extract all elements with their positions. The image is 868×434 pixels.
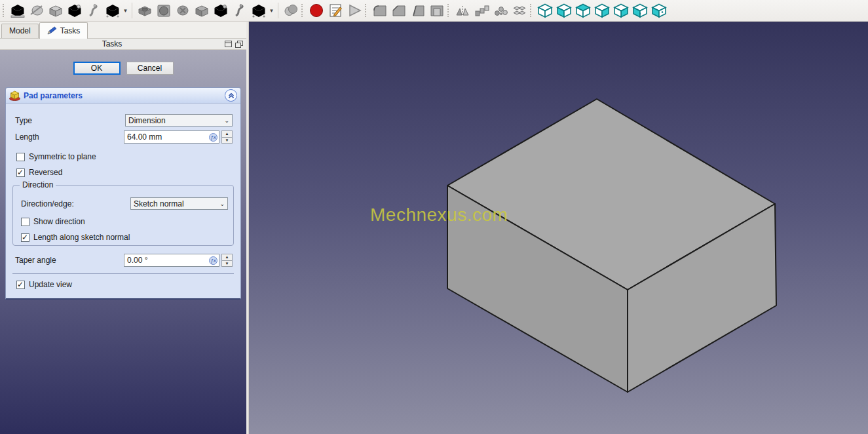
task-panel-body: OK Cancel Pad parameters <box>0 50 246 434</box>
subtractive-dropdown-icon[interactable]: ▼ <box>268 2 275 20</box>
tab-model[interactable]: Model <box>1 24 39 38</box>
type-combobox[interactable]: Dimension ⌄ <box>125 114 233 127</box>
length-along-checkbox[interactable] <box>21 233 29 242</box>
reversed-checkbox[interactable] <box>16 168 25 177</box>
type-value: Dimension <box>128 116 222 125</box>
additive-helix-icon[interactable] <box>84 2 103 20</box>
pad-icon[interactable] <box>8 2 27 20</box>
draft-icon[interactable] <box>408 2 427 20</box>
update-view-checkbox-row[interactable]: Update view <box>16 280 240 289</box>
show-direction-checkbox[interactable] <box>21 218 29 226</box>
direction-group: Direction Direction/edge: Sketch normal … <box>12 185 234 246</box>
chevron-down-icon: ⌄ <box>219 201 225 207</box>
dialog-title: Pad parameters <box>24 91 225 100</box>
expression-icon[interactable]: ƒx <box>209 133 217 142</box>
view-right-icon[interactable] <box>592 2 611 20</box>
symmetric-checkbox[interactable] <box>16 153 25 161</box>
multitransform-icon[interactable] <box>510 2 529 20</box>
view-isometric-icon[interactable] <box>535 2 554 20</box>
update-view-checkbox[interactable] <box>16 281 25 289</box>
toolbar-drag-handle[interactable] <box>301 4 305 17</box>
thickness-icon[interactable] <box>427 2 446 20</box>
symmetric-checkbox-row[interactable]: Symmetric to plane <box>16 152 240 161</box>
linear-pattern-icon[interactable] <box>472 2 491 20</box>
pad-icon <box>9 90 20 101</box>
edit-macro-icon[interactable] <box>326 2 345 20</box>
spin-down-icon[interactable]: ▼ <box>221 138 233 144</box>
length-spinner[interactable]: ▲▼ <box>221 130 233 144</box>
length-along-label: Length along sketch normal <box>33 233 130 242</box>
collapse-chevrons-icon[interactable] <box>225 89 237 102</box>
spin-up-icon[interactable]: ▲ <box>221 254 233 261</box>
pad-parameters-header[interactable]: Pad parameters <box>6 88 240 104</box>
length-along-checkbox-row[interactable]: Length along sketch normal <box>21 233 233 242</box>
show-direction-checkbox-row[interactable]: Show direction <box>21 217 233 226</box>
pad-parameters-dialog: Pad parameters Type Dimension ⌄ <box>5 87 241 300</box>
spin-up-icon[interactable]: ▲ <box>221 130 233 138</box>
hole-icon[interactable] <box>154 2 173 20</box>
mirrored-icon[interactable] <box>453 2 472 20</box>
boolean-operation-icon[interactable] <box>281 2 300 20</box>
groove-icon[interactable] <box>173 2 192 20</box>
view-front-icon[interactable] <box>554 2 573 20</box>
toolbar-drag-handle[interactable] <box>530 4 533 17</box>
record-macro-icon[interactable] <box>307 2 326 20</box>
additive-dropdown-icon[interactable]: ▼ <box>122 2 129 20</box>
direction-edge-label: Direction/edge: <box>21 199 130 208</box>
toolbar-drag-handle[interactable] <box>365 4 368 17</box>
taper-spinner[interactable]: ▲▼ <box>221 254 233 267</box>
polar-pattern-icon[interactable] <box>491 2 510 20</box>
task-panel: Model Tasks Tasks <box>0 22 246 434</box>
tab-tasks-label: Tasks <box>60 26 81 35</box>
revolution-icon[interactable] <box>27 2 46 20</box>
length-input[interactable]: 64.00 mm ƒx <box>124 130 219 144</box>
type-label: Type <box>15 116 125 125</box>
3d-viewport[interactable]: Mechnexus.com <box>249 22 868 434</box>
update-view-label: Update view <box>29 280 72 289</box>
cancel-button[interactable]: Cancel <box>126 62 174 75</box>
subtractive-loft-icon[interactable] <box>192 2 211 20</box>
view-top-icon[interactable] <box>573 2 592 20</box>
subtractive-pipe-icon[interactable] <box>211 2 230 20</box>
reversed-label: Reversed <box>29 168 62 177</box>
ok-button[interactable]: OK <box>73 62 121 75</box>
main-toolbar: ▼ ▼ <box>0 0 868 22</box>
dock-icon[interactable] <box>223 40 233 49</box>
view-left-icon[interactable] <box>649 2 668 20</box>
view-rear-icon[interactable] <box>611 2 630 20</box>
freecad-window: ▼ ▼ <box>0 0 868 434</box>
toolbar-separator <box>132 3 132 18</box>
pencil-icon <box>47 26 57 35</box>
pad-solid[interactable] <box>249 22 868 434</box>
view-bottom-icon[interactable] <box>630 2 649 20</box>
expression-icon[interactable]: ƒx <box>209 256 217 265</box>
additive-loft-icon[interactable] <box>46 2 65 20</box>
float-icon[interactable] <box>235 40 244 49</box>
chamfer-icon[interactable] <box>389 2 408 20</box>
taper-angle-value: 0.00 ° <box>127 256 209 265</box>
tab-model-label: Model <box>9 26 31 35</box>
subtractive-helix-icon[interactable] <box>230 2 249 20</box>
execute-macro-icon[interactable] <box>345 2 364 20</box>
direction-edge-combobox[interactable]: Sketch normal ⌄ <box>130 197 228 210</box>
additive-pipe-icon[interactable] <box>65 2 84 20</box>
fillet-icon[interactable] <box>370 2 389 20</box>
subtractive-primitives-icon[interactable] <box>249 2 268 20</box>
pad-parameters-body: Type Dimension ⌄ Length 64.00 mm ƒx <box>6 104 240 298</box>
pocket-icon[interactable] <box>135 2 154 20</box>
panel-titlebar: Tasks <box>0 39 246 50</box>
taper-angle-input[interactable]: 0.00 ° ƒx <box>124 254 219 267</box>
spin-down-icon[interactable]: ▼ <box>221 261 233 267</box>
panel-tabbar: Model Tasks <box>0 22 246 39</box>
panel-title-text: Tasks <box>3 39 221 49</box>
separator-line <box>12 273 234 274</box>
toolbar-drag-handle[interactable] <box>447 4 451 17</box>
symmetric-label: Symmetric to plane <box>29 152 96 161</box>
taper-angle-label: Taper angle <box>15 256 124 265</box>
reversed-checkbox-row[interactable]: Reversed <box>16 168 240 177</box>
direction-edge-value: Sketch normal <box>134 199 217 208</box>
toolbar-drag-handle[interactable] <box>3 4 6 17</box>
length-value: 64.00 mm <box>127 132 209 142</box>
tab-tasks[interactable]: Tasks <box>39 22 88 39</box>
additive-primitives-icon[interactable] <box>103 2 122 20</box>
